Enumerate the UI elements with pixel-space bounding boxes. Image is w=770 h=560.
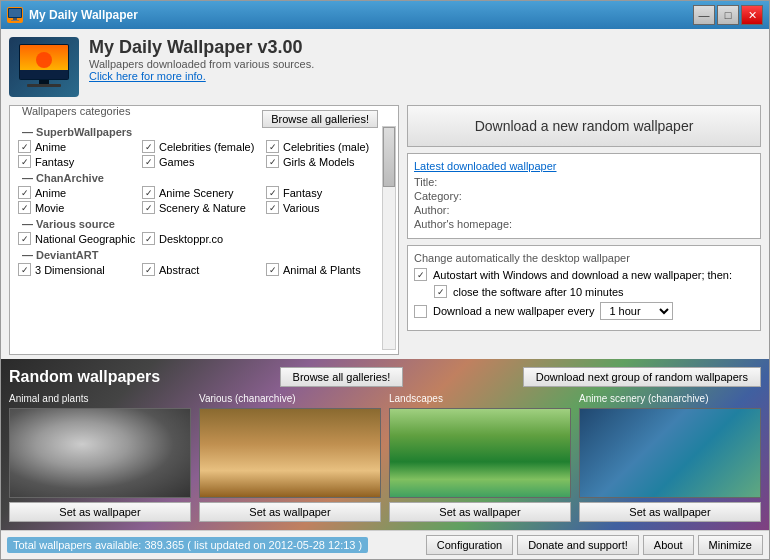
category-label: Anime	[35, 141, 66, 153]
category-label: National Geographic	[35, 233, 135, 245]
category-label: Girls & Models	[283, 156, 355, 168]
autostart-label: Autostart with Windows and download a ne…	[433, 269, 732, 281]
category-checkbox[interactable]	[18, 186, 31, 199]
svg-rect-1	[9, 9, 21, 17]
about-button[interactable]: About	[643, 535, 694, 555]
status-bar: Total wallpapers available: 389.365 ( li…	[1, 530, 769, 559]
category-checkbox[interactable]	[142, 201, 155, 214]
category-item: Games	[142, 155, 264, 168]
category-checkbox[interactable]	[18, 232, 31, 245]
category-checkbox[interactable]	[142, 232, 155, 245]
latest-downloaded-title[interactable]: Latest downloaded wallpaper	[414, 160, 754, 172]
set-wallpaper-button-3[interactable]: Set as wallpaper	[579, 502, 761, 522]
app-link[interactable]: Click here for more info.	[89, 70, 314, 82]
wallpapers-header: Random wallpapers Browse all galleries! …	[9, 367, 761, 387]
close-after-label: close the software after 10 minutes	[453, 286, 624, 298]
category-item: National Geographic	[18, 232, 140, 245]
download-every-row: Download a new wallpaper every 1 hour2 h…	[414, 302, 754, 320]
close-after-checkbox[interactable]	[434, 285, 447, 298]
wallpaper-item: Animal and plantsSet as wallpaper	[9, 393, 191, 522]
random-wallpapers-title: Random wallpapers	[9, 368, 160, 386]
download-every-label: Download a new wallpaper every	[433, 305, 594, 317]
category-label: Celebrities (male)	[283, 141, 369, 153]
browse-all-galleries-top-button[interactable]: Browse all galleries!	[262, 110, 378, 128]
set-wallpaper-button-0[interactable]: Set as wallpaper	[9, 502, 191, 522]
latest-category-row: Category:	[414, 190, 754, 202]
autostart-row: Autostart with Windows and download a ne…	[414, 268, 754, 281]
wallpaper-label: Anime scenery (chanarchive)	[579, 393, 761, 404]
category-label: Anime Scenery	[159, 187, 234, 199]
app-title: My Daily Wallpaper v3.00	[89, 37, 314, 58]
category-checkbox[interactable]	[18, 155, 31, 168]
category-checkbox[interactable]	[142, 263, 155, 276]
category-checkbox[interactable]	[18, 140, 31, 153]
category-label: Animal & Plants	[283, 264, 361, 276]
app-subtitle: Wallpapers downloaded from various sourc…	[89, 58, 314, 70]
main-area: Wallpapers categories Browse all galleri…	[1, 105, 769, 359]
title-bar-left: My Daily Wallpaper	[7, 7, 138, 23]
svg-rect-8	[20, 70, 68, 79]
browse-all-galleries-bottom-button[interactable]: Browse all galleries!	[280, 367, 404, 387]
wallpaper-thumbnail	[579, 408, 761, 498]
interval-select[interactable]: 1 hour2 hours4 hours6 hours12 hours24 ho…	[600, 302, 673, 320]
window-controls: — □ ✕	[693, 5, 763, 25]
category-checkbox[interactable]	[142, 140, 155, 153]
close-after-row: close the software after 10 minutes	[434, 285, 754, 298]
latest-homepage-row: Author's homepage:	[414, 218, 754, 230]
category-checkbox[interactable]	[18, 201, 31, 214]
category-checkbox[interactable]	[266, 263, 279, 276]
auto-wallpaper-section: Change automatically the desktop wallpap…	[407, 245, 761, 331]
category-checkbox[interactable]	[142, 155, 155, 168]
latest-downloaded-section: Latest downloaded wallpaper Title: Categ…	[407, 153, 761, 239]
wallpaper-item: Various (chanarchive)Set as wallpaper	[199, 393, 381, 522]
category-label: Fantasy	[283, 187, 322, 199]
category-item: Movie	[18, 201, 140, 214]
svg-rect-2	[13, 18, 17, 20]
right-panel: Download a new random wallpaper Latest d…	[399, 105, 761, 355]
set-wallpaper-button-2[interactable]: Set as wallpaper	[389, 502, 571, 522]
category-item: Anime	[18, 140, 140, 153]
category-group-deviantart: — DeviantART	[22, 249, 392, 261]
wallpaper-item: LandscapesSet as wallpaper	[389, 393, 571, 522]
status-text: Total wallpapers available: 389.365 ( li…	[7, 537, 368, 553]
app-logo	[9, 37, 79, 97]
configuration-button[interactable]: Configuration	[426, 535, 513, 555]
close-button[interactable]: ✕	[741, 5, 763, 25]
maximize-button[interactable]: □	[717, 5, 739, 25]
category-checkbox[interactable]	[142, 186, 155, 199]
category-checkbox[interactable]	[266, 186, 279, 199]
category-label: Fantasy	[35, 156, 74, 168]
category-checkbox[interactable]	[266, 140, 279, 153]
category-item: Animal & Plants	[266, 263, 388, 276]
download-every-checkbox[interactable]	[414, 305, 427, 318]
category-item: Celebrities (male)	[266, 140, 388, 153]
wallpaper-label: Landscapes	[389, 393, 571, 404]
autostart-checkbox[interactable]	[414, 268, 427, 281]
category-checkbox[interactable]	[18, 263, 31, 276]
app-icon	[7, 7, 23, 23]
category-label: Scenery & Nature	[159, 202, 246, 214]
donate-and-support!-button[interactable]: Donate and support!	[517, 535, 639, 555]
wallpaper-label: Various (chanarchive)	[199, 393, 381, 404]
category-label: Desktoppr.co	[159, 233, 223, 245]
status-buttons: ConfigurationDonate and support!AboutMin…	[426, 535, 763, 555]
scrollbar-thumb[interactable]	[383, 127, 395, 187]
category-label: 3 Dimensional	[35, 264, 105, 276]
category-item: Abstract	[142, 263, 264, 276]
scrollbar-track[interactable]	[382, 126, 396, 350]
content-area: My Daily Wallpaper v3.00 Wallpapers down…	[1, 29, 769, 559]
svg-point-7	[36, 52, 52, 68]
download-random-button[interactable]: Download a new random wallpaper	[407, 105, 761, 147]
set-wallpaper-button-1[interactable]: Set as wallpaper	[199, 502, 381, 522]
download-next-group-button[interactable]: Download next group of random wallpapers	[523, 367, 761, 387]
category-checkbox[interactable]	[266, 201, 279, 214]
minimize-button[interactable]: —	[693, 5, 715, 25]
svg-rect-10	[27, 84, 61, 87]
category-grid: AnimeCelebrities (female)Celebrities (ma…	[14, 140, 392, 168]
svg-rect-3	[11, 20, 19, 21]
category-checkbox[interactable]	[266, 155, 279, 168]
minimize-button[interactable]: Minimize	[698, 535, 763, 555]
category-item: Anime	[18, 186, 140, 199]
category-label: Movie	[35, 202, 64, 214]
title-bar: My Daily Wallpaper — □ ✕	[1, 1, 769, 29]
